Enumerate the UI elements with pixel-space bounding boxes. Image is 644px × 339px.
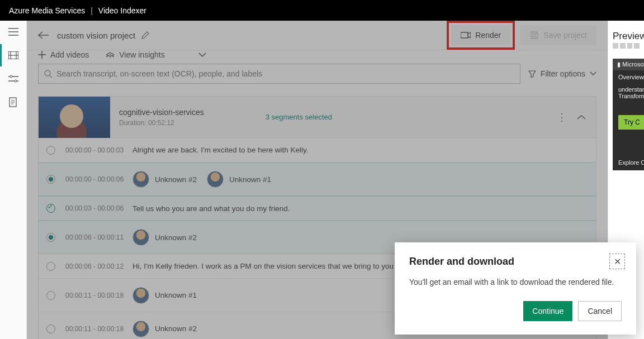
segment-row[interactable]: 00:00:00 - 00:00:03Alright we are back. … [39,138,596,163]
segment-row[interactable]: 00:00:03 - 00:00:06Tell us who you are a… [39,196,596,221]
search-input[interactable] [56,69,514,78]
preview-explore: Explore Co [618,159,644,166]
close-icon[interactable]: ✕ [609,254,625,269]
chevron-down-icon [590,71,596,76]
plus-icon [38,51,46,59]
save-label: Save project [543,31,587,40]
preview-title: Preview [613,31,640,42]
product-label: Video Indexer [98,6,146,15]
view-insights-label: View insights [119,50,164,59]
person-name: Unknown #1 [229,175,271,184]
add-videos-label: Add videos [50,50,89,59]
project-title: custom vision project [57,31,135,40]
segments-selected-label: 3 segments selected [266,113,332,121]
dialog-body: You'll get an email with a link to downl… [409,278,622,287]
person-name: Unknown #1 [155,291,197,299]
svg-point-1 [10,75,12,78]
svg-rect-4 [461,32,468,38]
preview-line1: understand [618,86,644,93]
search-icon [44,70,52,78]
continue-button[interactable]: Continue [523,301,572,321]
row-timestamp: 00:00:11 - 00:00:18 [65,325,132,333]
person-avatar[interactable] [207,171,224,188]
render-icon [461,31,471,39]
cancel-button[interactable]: Cancel [578,301,622,321]
row-selector[interactable] [46,324,55,333]
preview-ms-label: ▮ Microsoft [613,59,644,70]
render-label: Render [475,31,501,40]
back-arrow-icon[interactable] [38,31,49,39]
left-rail [0,21,27,339]
row-selector[interactable] [46,262,55,271]
person-avatar[interactable] [132,287,149,304]
preview-toolbar-icons [613,43,640,49]
row-timestamp: 00:00:11 - 00:00:18 [65,292,132,299]
filter-icon [528,70,536,78]
search-row: Filter options [27,59,608,92]
chevron-down-icon[interactable] [198,52,206,58]
edit-pencil-icon[interactable] [141,31,150,40]
save-icon [530,31,539,40]
render-button[interactable]: Render [451,25,510,45]
person-name: Unknown #2 [155,175,197,184]
dialog-title: Render and download [409,256,622,268]
search-box[interactable] [38,64,520,84]
add-videos-button[interactable]: Add videos [38,50,89,59]
filter-options-label: Filter options [541,69,585,78]
chevron-up-icon[interactable] [577,114,586,120]
brand-label: Azure Media Services [9,6,85,15]
person-name: Unknown #2 [155,233,197,242]
insights-icon [106,51,115,59]
view-insights-button[interactable]: View insights [106,50,164,59]
preview-line2: Transform [618,93,644,99]
top-bar: Azure Media Services | Video Indexer [0,0,644,21]
row-selector[interactable] [46,233,55,242]
transcript-text: Tell us who you are and what you do my f… [132,204,290,213]
hamburger-icon[interactable] [8,26,19,37]
project-toolbar: custom vision project Render Save projec… [27,21,608,50]
row-selector[interactable] [46,146,55,155]
person-avatar[interactable] [132,229,149,246]
save-project-button: Save project [520,25,596,45]
video-thumbnail[interactable] [39,97,110,138]
row-timestamp: 00:00:00 - 00:00:06 [65,175,132,183]
secondary-toolbar: Add videos View insights [27,50,608,59]
filter-options-button[interactable]: Filter options [528,69,596,78]
document-icon[interactable] [8,97,19,108]
svg-point-2 [15,80,17,82]
video-header: cognitive-vision-services Duration: 00:5… [39,97,596,138]
video-name: cognitive-vision-services [119,108,204,117]
settings-sliders-icon[interactable] [8,73,19,84]
person-avatar[interactable] [132,321,149,337]
video-projects-icon[interactable] [8,50,19,61]
more-options-icon[interactable]: ⋮ [557,111,567,123]
person-avatar[interactable] [132,171,149,188]
preview-overview: Overview [618,74,644,80]
row-selector[interactable] [46,175,55,184]
segment-row[interactable]: 00:00:00 - 00:00:06Unknown #2Unknown #1 [39,163,596,196]
brand-separator: | [91,6,93,15]
video-duration: Duration: 00:52:12 [119,119,204,127]
render-highlight-box: Render [447,21,515,50]
row-timestamp: 00:00:06 - 00:00:12 [65,262,132,270]
row-selector[interactable] [46,204,55,213]
row-timestamp: 00:00:06 - 00:00:11 [65,233,132,241]
row-timestamp: 00:00:03 - 00:00:06 [65,204,132,212]
row-timestamp: 00:00:00 - 00:00:03 [65,146,132,154]
preview-try-button[interactable]: Try C [618,115,644,130]
svg-point-5 [45,70,50,76]
row-selector[interactable] [46,291,55,300]
person-name: Unknown #2 [155,324,197,333]
transcript-text: Alright we are back. I'm excited to be h… [132,146,308,154]
preview-content-box: ▮ Microsoft Overview understand Transfor… [613,59,644,170]
render-dialog: ✕ Render and download You'll get an emai… [395,242,636,335]
